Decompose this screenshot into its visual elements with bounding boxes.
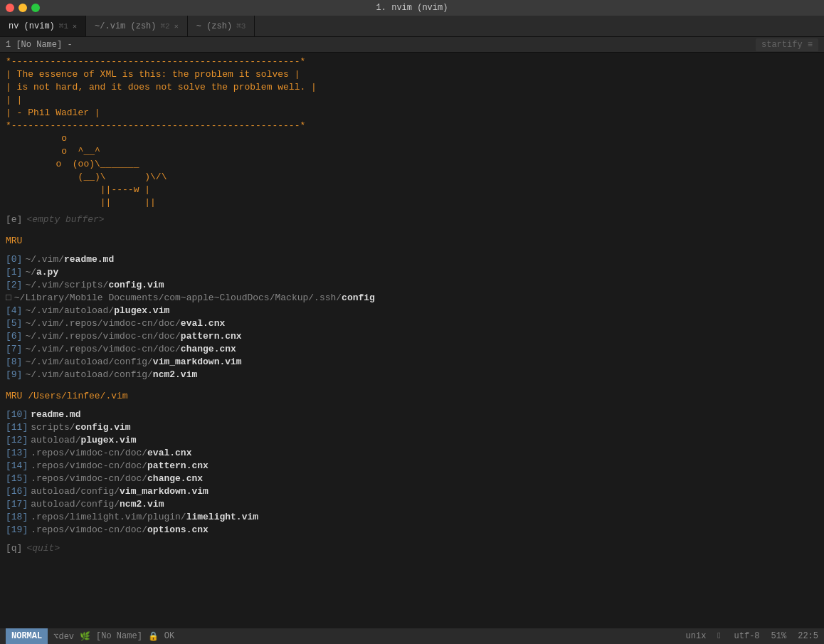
mru-dir-header: MRU /Users/linfee/.vim bbox=[0, 387, 824, 403]
editor-area: *---------------------------------------… bbox=[0, 53, 824, 628]
mode-badge: NORMAL bbox=[6, 628, 48, 644]
mru-section-header: MRU bbox=[0, 232, 824, 248]
mru-item-7[interactable]: [7] ~/.vim/.repos/vimdoc-cn/doc/change.c… bbox=[0, 343, 824, 356]
maximize-button[interactable] bbox=[31, 4, 40, 12]
tab-tilde-zsh[interactable]: ~ (zsh) ⌘3 bbox=[188, 16, 255, 36]
mru-dir-item-18[interactable]: [18] .repos/limelight.vim/plugin/limelig… bbox=[0, 511, 824, 524]
quote-border-bottom: *---------------------------------------… bbox=[0, 120, 824, 132]
tab-label: nv (nvim) bbox=[9, 21, 55, 31]
mru-dir-item-11[interactable]: [11] scripts/config.vim bbox=[0, 421, 824, 434]
empty-buffer-line: [e] <empty buffer> bbox=[0, 213, 824, 226]
position-label: 22:5 bbox=[798, 631, 818, 641]
title-bar: 1. nvim (nvim) bbox=[0, 0, 824, 16]
quote-border-top: *---------------------------------------… bbox=[0, 56, 824, 68]
quote-line3: | | bbox=[0, 94, 824, 107]
charset-label: utf-8 bbox=[734, 631, 760, 641]
git-branch-icon: ⌥dev bbox=[53, 631, 74, 642]
minimize-button[interactable] bbox=[19, 4, 27, 12]
mru-dir-item-19[interactable]: [19] .repos/vimdoc-cn/doc/options.cnx bbox=[0, 524, 824, 537]
status-right-section: unix  utf-8 51% 22:5 bbox=[686, 631, 818, 641]
quote-line2: | is not hard, and it does not solve the… bbox=[0, 81, 824, 94]
percent-label: 51% bbox=[771, 631, 787, 641]
mode-text: NORMAL bbox=[11, 631, 42, 641]
mru-dir-item-14[interactable]: [14] .repos/vimdoc-cn/doc/pattern.cnx bbox=[0, 460, 824, 473]
quote-line1: | The essence of XML is this: the proble… bbox=[0, 68, 824, 81]
mru-dir-item-17[interactable]: [17] autoload/config/ncm2.vim bbox=[0, 498, 824, 511]
buffer-label: 1 [No Name] - bbox=[6, 40, 73, 50]
mru-item-2[interactable]: [2] ~/.vim/scripts/config.vim bbox=[0, 279, 824, 292]
mru-dir-item-10[interactable]: [10] readme.md bbox=[0, 408, 824, 421]
tab-close-icon[interactable]: ✕ bbox=[73, 22, 77, 31]
startify-plugin-label: startify ≡ bbox=[756, 38, 818, 51]
mru-dir-item-13[interactable]: [13] .repos/vimdoc-cn/doc/eval.cnx bbox=[0, 447, 824, 460]
mru-item-1[interactable]: [1] ~/a.py bbox=[0, 266, 824, 279]
tab-bar: nv (nvim) ⌘1 ✕ ~/.vim (zsh) ⌘2 ✕ ~ (zsh)… bbox=[0, 16, 824, 37]
buffer-name-status: [No Name] bbox=[96, 631, 142, 641]
tab-close-icon[interactable]: ✕ bbox=[174, 22, 179, 31]
mru-item-0[interactable]: [0] ~/.vim/readme.md bbox=[0, 253, 824, 266]
tab-shortcut: ⌘2 bbox=[161, 21, 170, 31]
window-title: 1. nvim (nvim) bbox=[376, 3, 448, 13]
window-controls bbox=[6, 4, 40, 12]
git-icon: 🌿 bbox=[80, 631, 90, 642]
tab-shortcut: ⌘3 bbox=[236, 21, 245, 31]
status-bar: NORMAL ⌥dev 🌿 [No Name] 🔒 OK unix  utf-… bbox=[0, 628, 824, 644]
mru-dir-item-12[interactable]: [12] autoload/plugex.vim bbox=[0, 434, 824, 447]
mru-item-8[interactable]: [8] ~/.vim/autoload/config/vim_markdown.… bbox=[0, 356, 824, 369]
mru-item-6[interactable]: [6] ~/.vim/.repos/vimdoc-cn/doc/pattern.… bbox=[0, 330, 824, 343]
apple-icon:  bbox=[717, 631, 722, 641]
close-button[interactable] bbox=[6, 4, 14, 12]
mru-item-3[interactable]: □ ~/Library/Mobile Documents/com~apple~C… bbox=[0, 292, 824, 305]
tab-label: ~/.vim (zsh) bbox=[95, 21, 156, 31]
quote-author: | - Phil Wadler | bbox=[0, 107, 824, 120]
tab-nv-nvim[interactable]: nv (nvim) ⌘1 ✕ bbox=[0, 16, 86, 36]
lock-icon: 🔒 bbox=[148, 631, 159, 642]
encoding-label: unix bbox=[686, 631, 707, 641]
tab-shortcut: ⌘1 bbox=[59, 21, 68, 31]
mru-item-9[interactable]: [9] ~/.vim/autoload/config/ncm2.vim bbox=[0, 369, 824, 381]
mru-item-4[interactable]: [4] ~/.vim/autoload/plugex.vim bbox=[0, 305, 824, 317]
buffer-line: 1 [No Name] - startify ≡ bbox=[0, 37, 824, 53]
mru-dir-item-16[interactable]: [16] autoload/config/vim_markdown.vim bbox=[0, 485, 824, 498]
quit-line[interactable]: [q] <quit> bbox=[0, 542, 824, 555]
mru-item-5[interactable]: [5] ~/.vim/.repos/vimdoc-cn/doc/eval.cnx bbox=[0, 317, 824, 330]
tab-label: ~ (zsh) bbox=[196, 21, 232, 31]
tab-vim-zsh[interactable]: ~/.vim (zsh) ⌘2 ✕ bbox=[86, 16, 188, 36]
ascii-art: o o ^__^ o (oo)\_______ (__)\ )\/\ ||---… bbox=[0, 132, 824, 209]
ok-label: OK bbox=[164, 631, 174, 641]
mru-dir-item-15[interactable]: [15] .repos/vimdoc-cn/doc/change.cnx bbox=[0, 473, 824, 485]
